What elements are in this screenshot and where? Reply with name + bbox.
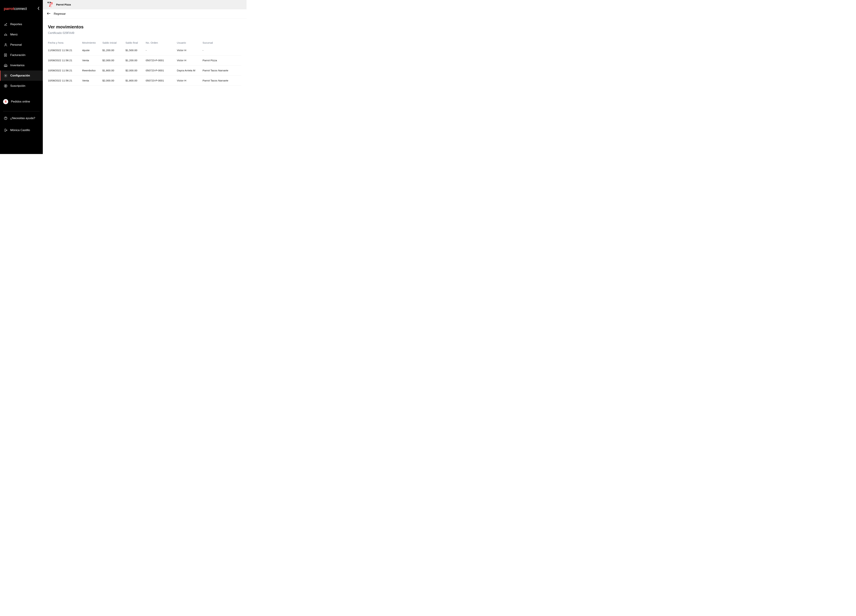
sidebar-item-label: Inventarios	[10, 64, 25, 67]
table-row: 11/08/2022 11:56:21Ajuste$1,200.00$1,500…	[48, 47, 242, 55]
logout-icon	[4, 128, 8, 132]
topbar: Parrot Pizza	[43, 0, 246, 9]
td-datetime: 10/08/2022 11:56:21	[48, 59, 82, 62]
sidebar-item-label: Personal	[10, 43, 22, 46]
td-movement: Reembolso	[82, 69, 102, 72]
back-label: Regresar	[54, 12, 66, 15]
td-datetime: 11/08/2022 11:56:21	[48, 49, 82, 52]
td-initial: $1,800.00	[102, 69, 125, 72]
invoice-icon	[4, 53, 8, 57]
th-initial: Saldo inicial	[102, 41, 125, 44]
chevron-left-icon	[37, 6, 40, 11]
sidebar-item-label: Configuración	[10, 74, 30, 77]
sidebar-user-name: Mónica Castillo	[10, 129, 30, 132]
sidebar-item-help[interactable]: ¿Necesitas ayuda?	[0, 113, 43, 123]
th-branch: Sucursal	[203, 41, 237, 44]
table-row: 10/08/2022 11:56:21Reembolso$1,800.00$2,…	[48, 66, 242, 75]
td-final: $2,000.00	[125, 69, 146, 72]
sidebar-item-label: Menú	[10, 33, 18, 36]
warehouse-icon	[4, 63, 8, 67]
sidebar-item-label: ¿Necesitas ayuda?	[10, 117, 35, 120]
page-subtitle: Certificado 029FA49	[48, 31, 242, 35]
td-user: Victor H	[177, 59, 203, 62]
td-user: Victor H	[177, 49, 203, 52]
td-datetime: 10/08/2022 11:56:21	[48, 79, 82, 82]
logo-part2: connect	[14, 6, 27, 11]
td-movement: Venta	[82, 79, 102, 82]
arrow-left-icon	[47, 12, 51, 16]
td-order: -	[146, 49, 177, 52]
gear-icon	[4, 74, 8, 77]
th-final: Saldo final	[125, 41, 146, 44]
refresh-dollar-icon	[4, 84, 8, 88]
td-branch: -	[203, 49, 237, 52]
sidebar: parrotconnect Reportes Menú Personal	[0, 0, 43, 154]
collapse-sidebar-button[interactable]	[37, 6, 40, 11]
svg-rect-6	[5, 101, 6, 102]
td-movement: Venta	[82, 59, 102, 62]
table-body: 11/08/2022 11:56:21Ajuste$1,200.00$1,500…	[48, 47, 242, 86]
sidebar-item-suscripcion[interactable]: Suscripción	[0, 81, 43, 91]
sidebar-item-label: Facturación	[10, 54, 26, 57]
logo-part1: parrot	[4, 6, 14, 11]
td-final: $1,500.00	[125, 49, 146, 52]
sidebar-item-label: Suscripción	[10, 84, 25, 88]
back-row: Regresar	[43, 9, 246, 18]
sidebar-item-pedidos-online[interactable]: Pedidos online	[0, 96, 43, 108]
sidebar-header: parrotconnect	[0, 0, 43, 14]
td-final: $1,800.00	[125, 79, 146, 82]
svg-point-3	[5, 75, 6, 76]
sidebar-item-inventarios[interactable]: Inventarios	[0, 60, 43, 71]
svg-rect-2	[5, 66, 6, 66]
store-name: Parrot Pizza	[56, 3, 71, 6]
svg-rect-10	[50, 5, 52, 7]
svg-point-0	[5, 44, 6, 45]
td-initial: $1,200.00	[102, 49, 125, 52]
sidebar-item-label: Reportes	[10, 23, 22, 26]
th-user: Usuario	[177, 41, 203, 44]
td-order: 050723-P-0001	[146, 79, 177, 82]
table-row: 10/08/2022 11:56:21Venta$2,000.00$1,200.…	[48, 55, 242, 66]
sidebar-item-reportes[interactable]: Reportes	[0, 19, 43, 29]
td-branch: Parrot Pizza	[203, 59, 237, 62]
th-datetime: Fecha y hora	[48, 41, 82, 44]
td-initial: $2,000.00	[102, 59, 125, 62]
movements-table: Fecha y hora Movimiento Saldo inicial Sa…	[48, 40, 242, 86]
main: Parrot Pizza Regresar Ver movimientos Ce…	[43, 0, 246, 154]
help-icon	[4, 116, 8, 120]
td-final: $1,200.00	[125, 59, 146, 62]
page-title: Ver movimientos	[48, 24, 242, 29]
table-row: 10/08/2022 11:56:21Venta$2,000.00$1,800.…	[48, 75, 242, 86]
sidebar-item-user[interactable]: Mónica Castillo	[0, 125, 43, 135]
th-order: No. Orden	[146, 41, 177, 44]
td-branch: Parrot Tacos Narvarte	[203, 69, 237, 72]
sidebar-item-label: Pedidos online	[11, 100, 30, 103]
td-user: Dayra Arrieta M	[177, 69, 203, 72]
store-icon	[47, 2, 54, 8]
back-button[interactable]	[47, 12, 51, 16]
sidebar-item-personal[interactable]: Personal	[0, 40, 43, 50]
td-user: Victor H	[177, 79, 203, 82]
user-icon	[4, 43, 8, 47]
td-movement: Ajuste	[82, 49, 102, 52]
cloche-icon	[4, 33, 8, 37]
td-order: 050723-P-0001	[146, 69, 177, 72]
td-initial: $2,000.00	[102, 79, 125, 82]
chart-up-icon	[4, 22, 8, 26]
td-branch: Parrot Tacos Narvarte	[203, 79, 237, 82]
logo: parrotconnect	[4, 6, 27, 11]
content: Ver movimientos Certificado 029FA49 Fech…	[43, 18, 246, 86]
sidebar-nav: Reportes Menú Personal Facturación Inven…	[0, 14, 43, 154]
td-datetime: 10/08/2022 11:56:21	[48, 69, 82, 72]
sidebar-item-menu[interactable]: Menú	[0, 29, 43, 40]
table-header: Fecha y hora Movimiento Saldo inicial Sa…	[48, 40, 242, 47]
sidebar-item-facturacion[interactable]: Facturación	[0, 50, 43, 60]
pedidos-online-icon	[3, 99, 8, 104]
sidebar-item-configuracion[interactable]: Configuración	[0, 71, 43, 81]
td-order: 050723-P-0001	[146, 59, 177, 62]
th-movement: Movimiento	[82, 41, 102, 44]
